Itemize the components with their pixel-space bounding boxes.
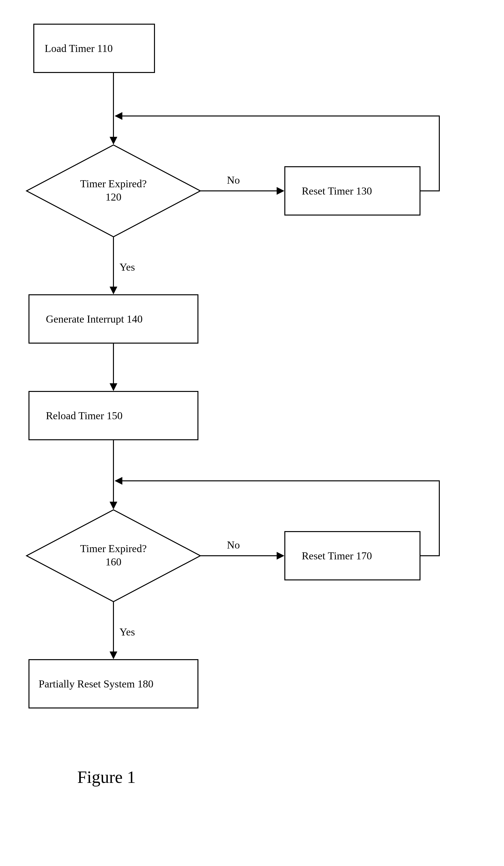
- node-reset-timer-1: Reset Timer 130: [285, 167, 420, 215]
- svg-text:120: 120: [105, 191, 122, 203]
- node-timer-expired-2-ref: 160: [105, 556, 122, 568]
- edge-120-yes-label: Yes: [119, 261, 135, 273]
- svg-text:Reload Timer   150: Reload Timer 150: [46, 410, 123, 422]
- node-generate-interrupt-label: Generate Interrupt: [46, 313, 124, 325]
- node-generate-interrupt: Generate Interrupt 140: [29, 295, 198, 343]
- node-load-timer: Load Timer 110: [34, 24, 154, 73]
- svg-marker-11: [26, 510, 201, 602]
- node-timer-expired-1-label: Timer Expired?: [80, 178, 147, 190]
- svg-marker-2: [26, 145, 201, 237]
- flowchart-figure: Load Timer 110 Timer Expired? 120 No Res…: [0, 0, 504, 866]
- svg-text:Generate Interrupt   140: Generate Interrupt 140: [46, 313, 143, 325]
- svg-text:Timer Expired?: Timer Expired?: [80, 178, 147, 190]
- svg-text:Load Timer   110: Load Timer 110: [45, 43, 113, 54]
- node-generate-interrupt-ref: 140: [127, 313, 143, 325]
- node-timer-expired-2: Timer Expired? 160: [26, 510, 201, 602]
- node-reload-timer: Reload Timer 150: [29, 391, 198, 440]
- node-reload-timer-label: Reload Timer: [46, 410, 104, 422]
- svg-text:Timer Expired?: Timer Expired?: [80, 543, 147, 555]
- node-reset-timer-2-ref: 170: [356, 550, 372, 562]
- edge-160-yes-label: Yes: [119, 626, 135, 638]
- node-load-timer-label: Load Timer: [45, 43, 95, 54]
- node-timer-expired-1-ref: 120: [105, 191, 122, 203]
- node-partially-reset-system: Partially Reset System 180: [29, 660, 198, 708]
- figure-caption: Figure 1: [77, 767, 136, 787]
- node-reset-timer-1-label: Reset Timer: [302, 185, 353, 197]
- svg-text:Reset Timer   130: Reset Timer 130: [302, 185, 372, 197]
- edge-120-no-label: No: [227, 174, 240, 186]
- svg-text:160: 160: [105, 556, 122, 568]
- svg-text:Partially Reset System   180: Partially Reset System 180: [38, 678, 153, 690]
- node-reset-timer-1-ref: 130: [356, 185, 372, 197]
- node-partially-reset-system-label: Partially Reset System: [38, 678, 135, 690]
- node-reset-timer-2-label: Reset Timer: [302, 550, 353, 562]
- node-timer-expired-2-label: Timer Expired?: [80, 543, 147, 555]
- svg-text:Reset Timer   170: Reset Timer 170: [302, 550, 372, 562]
- node-reload-timer-ref: 150: [107, 410, 123, 422]
- node-load-timer-ref: 110: [97, 43, 113, 54]
- edge-160-no-label: No: [227, 539, 240, 551]
- node-reset-timer-2: Reset Timer 170: [285, 532, 420, 580]
- node-timer-expired-1: Timer Expired? 120: [26, 145, 201, 237]
- node-partially-reset-system-ref: 180: [137, 678, 153, 690]
